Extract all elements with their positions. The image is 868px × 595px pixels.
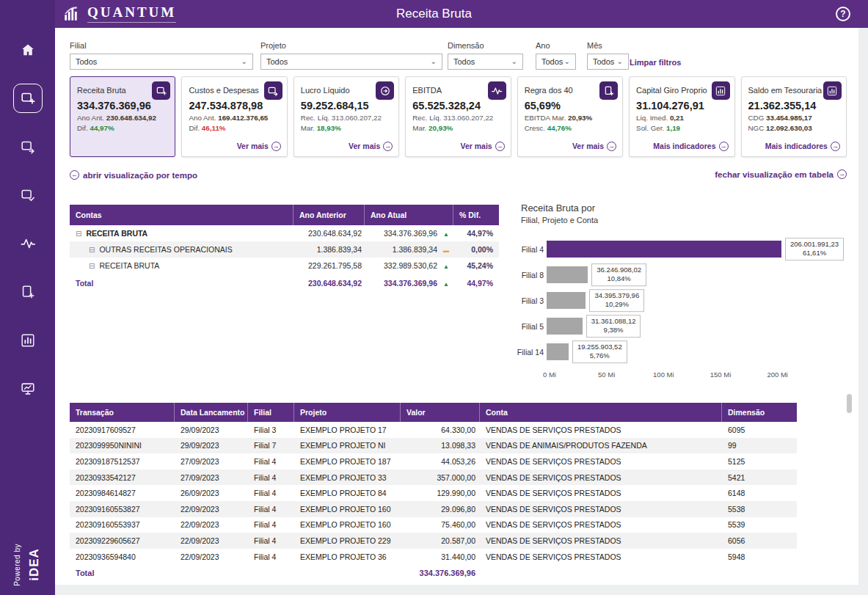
chart-bar-row: Filial 8 36.246.908,02 10,84% [508,266,853,283]
ver-mais-link[interactable]: Mais indicadores → [653,142,728,151]
kpi-card[interactable]: Regra dos 40 65,69% EBITDA Mar. 20,93% C… [517,76,623,157]
transaction-row[interactable]: 202309187512537 27/09/2023 Filial 4 EXEM… [70,453,797,470]
kpi-card[interactable]: Receita Bruta 334.376.369,96 Ano Ant. 23… [70,76,175,157]
filter-filial-select[interactable]: Todos ⌄ [70,54,253,70]
filter-ano-select[interactable]: Todos ⌄ [536,54,576,70]
report-plus-icon[interactable] [13,277,43,307]
chart-bar-label: 36.246.908,02 10,84% [591,263,646,287]
ver-mais-link[interactable]: Ver mais → [349,142,393,151]
kpi-card[interactable]: Capital Giro Proprio 31.104.276,91 Liq. … [629,76,734,157]
account-curr-value: 332.989.530,62 [365,261,439,270]
column-header-transacao[interactable]: Transação [70,403,175,422]
chart-bar-percent: 10,84% [597,275,641,285]
transaction-date: 29/09/2023 [175,441,248,450]
accounts-table-row[interactable]: ⊟ OUTRAS RECEITAS OPERACIONAIS 1.386.839… [70,241,499,258]
home-icon[interactable] [13,35,43,65]
column-header-projeto[interactable]: Projeto [294,403,401,422]
transaction-row[interactable]: 2023099950NININI 29/09/2023 Filial 7 EXE… [70,438,797,454]
kpi-export-icon[interactable] [264,81,282,100]
kpi-card[interactable]: Lucro Líquido 59.252.684,15 Rec. Líq. 31… [293,76,399,157]
bar-chart-icon[interactable] [823,81,842,100]
accounts-table-row[interactable]: ⊟ RECEITA BRUTA 230.648.634,92 334.376.3… [70,225,499,241]
account-name: OUTRAS RECEITAS OPERACIONAIS [99,245,232,254]
column-header-valor[interactable]: Valor [401,403,480,422]
help-icon[interactable]: ? [836,7,850,21]
filter-mes-select[interactable]: Todos ⌄ [587,54,629,70]
collapse-icon[interactable]: ⊟ [76,230,81,238]
transaction-row[interactable]: 20230936594840 22/09/2023 Filial 4 EXEMP… [70,549,797,565]
ver-mais-link[interactable]: Ver mais → [460,142,504,151]
column-header-dif[interactable]: % Dif. [453,205,499,225]
bar-chart-icon[interactable] [712,81,730,100]
filter-dimensao: Dimensão Todos ⌄ [448,41,523,70]
open-time-view-link[interactable]: ← abrir visualização por tempo [70,170,197,180]
report-plus-icon[interactable] [599,81,618,100]
chart-category-label: Filial 4 [508,245,547,254]
clear-filters-link[interactable]: Limpar filtros [630,58,681,67]
chart-bar-value: 19.255.903,52 [577,343,622,352]
presentation-icon[interactable] [13,374,43,404]
kpi-card-footer: Mais indicadores → [653,139,728,152]
kpi-card[interactable]: Saldo em Tesouraria 21.362.355,14 CDG 33… [741,76,847,157]
kpi-arrow-icon[interactable] [376,81,394,100]
ver-mais-link[interactable]: Ver mais → [572,142,616,151]
kpi-export-icon[interactable] [13,132,43,161]
trend-up-icon: ▲ [443,281,449,288]
transaction-valor: 13.098,33 [401,441,480,450]
transaction-projeto: EXEMPLO PROJETO 17 [294,426,401,434]
transaction-row[interactable]: 202309160553937 22/09/2023 Filial 4 EXEM… [70,517,797,533]
transaction-projeto: EXEMPLO PROJETO NI [294,441,401,450]
transaction-projeto: EXEMPLO PROJETO 33 [294,473,401,482]
receita-bar-chart: Receita Bruta por Filial, Projeto e Cont… [508,202,853,381]
transaction-valor: 357.000,00 [401,473,480,482]
kpi-check-icon[interactable] [13,180,43,210]
pulse-icon[interactable] [13,229,43,258]
column-header-ano-anterior[interactable]: Ano Anterior [293,205,365,225]
chart-bar-label: 34.395.379,96 10,29% [589,289,644,313]
accounts-table-row[interactable]: ⊟ RECEITA BRUTA 229.261.795,58 332.989.5… [70,258,499,274]
ver-mais-label: Ver mais [572,142,604,150]
ver-mais-link[interactable]: Ver mais → [237,142,281,151]
column-header-conta[interactable]: Conta [480,403,722,422]
transaction-conta: VENDAS DE SERVIÇOS PRESTADOS [480,457,722,466]
collapse-icon[interactable]: ⊟ [89,246,95,254]
transaction-row[interactable]: 20230933542127 27/09/2023 Filial 4 EXEMP… [70,470,797,486]
scrollbar-thumb[interactable] [847,394,852,413]
chart-bar[interactable] [547,343,569,360]
chart-bar[interactable] [547,292,586,309]
transaction-date: 22/09/2023 [175,520,248,529]
bar-chart-icon[interactable] [13,326,43,355]
column-header-contas[interactable]: Contas [70,205,293,225]
kpi-card[interactable]: Custos e Despesas 247.534.878,98 Ano Ant… [181,76,287,157]
ver-mais-link[interactable]: Mais indicadores → [765,142,840,151]
transaction-row[interactable]: 202309229605627 22/09/2023 Filial 4 EXEM… [70,533,797,549]
transaction-dimensao: 6095 [722,426,797,434]
app-header: Receita Bruta QUANTUM ? [0,0,868,28]
chevron-down-icon: ⌄ [241,58,247,65]
transaction-dimensao: 5539 [722,520,797,529]
transaction-row[interactable]: 202309160553827 22/09/2023 Filial 4 EXEM… [70,501,797,517]
filter-projeto-select[interactable]: Todos ⌄ [260,54,442,70]
axis-tick-label: 0 Mi [543,370,556,379]
arrow-right-circle-icon: → [495,142,505,151]
column-header-ano-atual[interactable]: Ano Atual [365,205,453,225]
collapse-icon[interactable]: ⊟ [89,262,95,270]
pulse-icon[interactable] [488,81,506,100]
column-header-filial[interactable]: Filial [248,403,294,422]
column-header-dimensao[interactable]: Dimensão [722,403,797,422]
kpi-cards-icon[interactable] [13,84,43,113]
kpi-card[interactable]: EBITDA 65.525.328,24 Rec. Líq. 313.060.2… [405,76,511,157]
transaction-row[interactable]: 20230917609527 29/09/2023 Filial 3 EXEMP… [70,422,797,438]
chart-bar[interactable] [547,241,781,258]
transaction-row[interactable]: 20230984614827 26/09/2023 Filial 4 EXEMP… [70,485,797,501]
chart-bar[interactable] [547,318,583,335]
filter-filial: Filial Todos ⌄ [70,41,253,70]
close-table-view-link[interactable]: fechar visualização em tabela → [715,169,847,179]
account-prev-value: 229.261.795,58 [293,261,365,270]
chart-bar[interactable] [547,266,588,283]
account-prev-value: 1.386.839,34 [293,245,365,254]
filter-dimensao-select[interactable]: Todos ⌄ [448,54,523,70]
kpi-plus-icon[interactable] [152,81,170,100]
powered-by-label: Powered by [13,544,21,586]
column-header-data-lancamento[interactable]: Data Lancamento [175,403,248,422]
